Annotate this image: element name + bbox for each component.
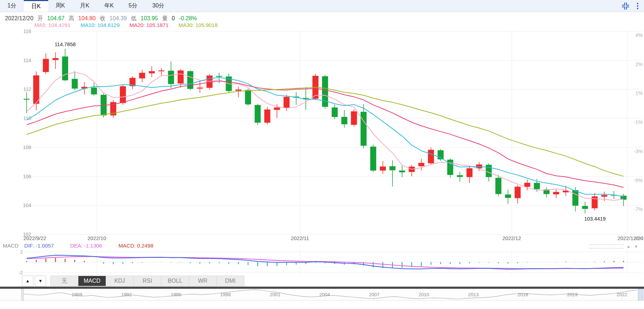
candle[interactable] [149,71,155,73]
timeline-year-label: 1995 [171,292,181,297]
candle[interactable] [399,170,405,172]
tab-boll[interactable]: BOLL [161,276,189,286]
candle[interactable] [197,88,203,89]
percent-axis-label: 1% [635,90,643,96]
indicator-scroll-down-button[interactable]: ▼ [35,276,46,286]
date-axis-label: 2022/9/22 [23,235,46,241]
timeline-year-label: 2019 [567,292,578,297]
candle[interactable] [341,117,347,124]
percent-axis-label: -7% [634,206,643,212]
macd-axis-label: -2 [18,270,23,275]
candle[interactable] [91,88,97,94]
timeline-year-label: 2013 [468,292,479,297]
timeline-scrollbar-handle[interactable] [638,289,643,300]
indicator-tabs: 无 MACD KDJ RSI BOLL WR DMI [50,276,244,286]
candle[interactable] [62,56,68,80]
pane-collapse-controls[interactable]: ▲▼ [626,244,642,249]
history-timeline[interactable]: 1989199219951998200120042007201020132016… [0,289,644,300]
candle[interactable] [274,108,280,110]
candle[interactable] [495,178,501,194]
timeline-divider-bar[interactable] [0,287,644,289]
candlestick-chart[interactable]: 1164%1142%1121%110-1%108-3%106-5%104-7%1… [0,0,644,309]
candle[interactable] [178,70,184,83]
candles [24,49,627,213]
dif-value: DIF: -1.0057 [24,243,54,249]
timeline-year-label: 2022 [617,292,627,297]
price-axis-label: 112 [23,86,32,92]
candle[interactable] [120,86,126,103]
candle[interactable] [505,195,511,198]
timeline-year-label: 1992 [121,292,132,297]
candle[interactable] [52,58,59,60]
candle[interactable] [235,90,242,91]
trading-app: { "toolbar": { "tabs": [ {"label": "1分",… [0,0,644,309]
candle[interactable] [187,71,193,89]
timeline-year-label: 1998 [220,292,231,297]
timeline-year-label: 2016 [517,292,528,297]
candle[interactable] [255,105,261,123]
candle[interactable] [428,150,434,163]
price-axis-label: 104 [23,202,32,208]
timeline-year-label: 2001 [270,292,281,297]
tab-macd[interactable]: MACD [78,276,106,286]
percent-axis-label: 4% [635,32,643,38]
timeline-year-label: 2004 [320,292,331,297]
timeline-year-label: 2010 [418,292,429,297]
indicator-tab-row: ▲ ▼ 无 MACD KDJ RSI BOLL WR DMI [22,276,244,286]
candle[interactable] [216,76,222,77]
pane-down-triangle-icon[interactable]: ▼ [634,244,642,249]
tab-kdj[interactable]: KDJ [106,276,134,286]
timeline-year-label: 2007 [369,292,379,297]
candle[interactable] [601,195,607,197]
candle[interactable] [447,160,453,175]
candle[interactable] [24,99,30,99]
price-axis-label: 106 [23,174,32,179]
candle[interactable] [515,187,521,198]
candle[interactable] [524,183,530,187]
candle[interactable] [159,70,165,71]
candle[interactable] [264,109,270,123]
percent-axis-label: 2% [635,61,643,67]
candle[interactable] [572,190,578,206]
date-axis-label: 2022/12/20 [617,235,643,241]
candle[interactable] [534,183,540,189]
dea-value: DEA: -1.1306 [70,243,102,249]
price-axis-label: 108 [23,145,32,150]
high-annotation: 114.7858 [55,42,76,47]
candle[interactable] [43,59,49,72]
candle[interactable] [72,79,78,88]
tab-wr[interactable]: WR [189,276,217,286]
candle[interactable] [332,108,338,117]
price-axis-label: 116 [23,28,32,34]
candle[interactable] [351,112,357,125]
candle[interactable] [457,175,463,177]
candle[interactable] [486,165,492,177]
timeline-left-handle[interactable] [21,289,24,300]
percent-axis-label: -5% [634,178,643,183]
tab-dmi[interactable]: DMI [217,276,244,286]
candle[interactable] [168,71,174,84]
tab-none[interactable]: 无 [51,276,78,286]
candle[interactable] [361,112,367,146]
candle[interactable] [139,73,145,78]
price-axis-label: 114 [23,58,32,63]
candle[interactable] [553,192,559,194]
candle[interactable] [582,206,588,209]
pane-up-triangle-icon[interactable]: ▲ [626,244,634,249]
percent-axis-label: -3% [634,148,643,154]
candle[interactable] [466,168,472,177]
candle[interactable] [438,150,444,159]
indicator-scroll-up-button[interactable]: ▲ [22,276,33,286]
candle[interactable] [418,163,424,166]
tab-rsi[interactable]: RSI [134,276,161,286]
candle[interactable] [389,166,395,170]
macd-pane: 2-2 [18,249,643,275]
candle[interactable] [284,97,290,108]
pane-resize-handle[interactable] [590,244,624,249]
candle[interactable] [33,75,39,104]
candle[interactable] [245,90,251,104]
candle[interactable] [380,167,386,170]
candle[interactable] [322,76,328,107]
candle[interactable] [370,147,376,170]
candle[interactable] [592,196,598,208]
